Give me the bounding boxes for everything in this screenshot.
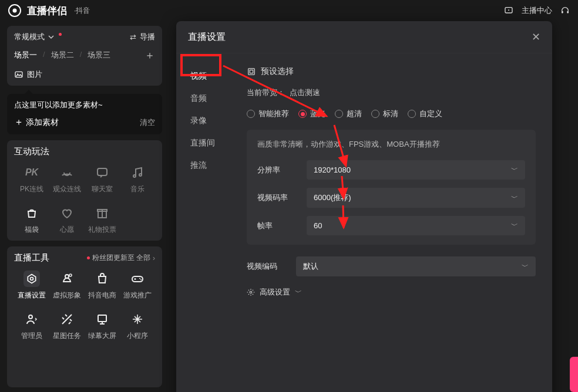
- svg-point-12: [31, 278, 33, 281]
- tooltip-text: 点这里可以添加更多素材~: [14, 100, 103, 109]
- scene-tab-1[interactable]: 场景一: [14, 50, 37, 60]
- clear-button[interactable]: 清空: [140, 117, 155, 128]
- modal-nav: 视频 音频 录像 直播间 推流: [176, 53, 241, 392]
- add-material-label: 添加素材: [26, 117, 59, 128]
- preset-label: 预设选择: [261, 66, 294, 77]
- headset-icon[interactable]: [560, 6, 570, 15]
- resolution-select[interactable]: 1920*1080﹀: [307, 160, 525, 180]
- tools-panel: 直播工具 粉丝团更新至 全部 › 直播设置 虚拟形象 抖音电商 游戏推广 管理员…: [7, 246, 162, 387]
- chevron-down-icon: ﹀: [511, 221, 518, 231]
- pk-link-item[interactable]: PKPK连线: [14, 164, 49, 194]
- preset-icon: [247, 67, 256, 76]
- svg-rect-2: [562, 11, 563, 13]
- interactive-panel: 互动玩法 PKPK连线 观众连线 聊天室 音乐 福袋 心愿 礼物投票: [7, 140, 162, 241]
- svg-rect-3: [567, 11, 569, 13]
- topbar-right: 主播中心: [504, 5, 570, 16]
- scene-panel: 常规模式 ⇄ 导播 场景一 / 场景二 / 场景三 ＋: [7, 26, 162, 86]
- svg-point-22: [250, 291, 252, 293]
- bandwidth-label: 当前带宽：: [247, 87, 285, 98]
- close-button[interactable]: ✕: [532, 31, 540, 43]
- fans-update-link[interactable]: 粉丝团更新至 全部 ›: [87, 253, 155, 263]
- anchor-center-link[interactable]: 主播中心: [522, 5, 552, 16]
- miniapp-tool[interactable]: 小程序: [120, 311, 155, 341]
- svg-rect-19: [98, 315, 106, 322]
- scene-tab-3[interactable]: 场景三: [88, 50, 110, 60]
- greenscreen-tool[interactable]: 绿幕大屏: [85, 311, 120, 341]
- encoding-select[interactable]: 默认﹀: [296, 256, 536, 276]
- fps-select[interactable]: 60﹀: [307, 216, 525, 235]
- tools-title: 直播工具: [14, 252, 49, 263]
- chevron-down-icon: ﹀: [511, 193, 518, 203]
- image-source-item[interactable]: 图片: [14, 69, 155, 80]
- nav-record[interactable]: 录像: [176, 110, 241, 132]
- chevron-down-icon: ﹀: [511, 165, 518, 175]
- svg-point-16: [139, 278, 140, 279]
- nav-audio[interactable]: 音频: [176, 87, 241, 110]
- svg-point-18: [29, 315, 32, 319]
- advanced-settings-button[interactable]: 高级设置 ﹀: [247, 287, 536, 298]
- interactive-title: 互动玩法: [14, 146, 155, 157]
- svg-rect-20: [248, 69, 255, 75]
- app-subtitle: ·抖音: [74, 6, 90, 16]
- svg-point-1: [508, 9, 509, 11]
- tooltip-balloon: 点这里可以添加更多素材~ ＋ 添加素材 清空: [7, 94, 162, 134]
- nav-push[interactable]: 推流: [176, 154, 241, 177]
- content-area: 直播设置 ✕ 视频 音频 录像 直播间 推流 预设选择 当前带: [169, 21, 578, 392]
- topbar: 直播伴侣 ·抖音 主播中心: [0, 0, 578, 21]
- encoding-label: 视频编码: [247, 261, 284, 272]
- nav-room[interactable]: 直播间: [176, 132, 241, 154]
- chatroom-item[interactable]: 聊天室: [85, 164, 120, 194]
- resolution-label: 分辨率: [257, 165, 295, 175]
- quality-radio-group: 智能推荐 蓝光 超清 标清 自定义: [247, 109, 536, 119]
- bitrate-label: 视频码率: [257, 192, 295, 203]
- luckybag-item[interactable]: 福袋: [14, 205, 49, 235]
- star-task-tool[interactable]: 星图任务: [49, 311, 85, 341]
- modal-content: 预设选择 当前带宽： 点击测速 智能推荐 蓝光 超清 标清 自定义 画质非: [241, 53, 552, 392]
- svg-point-14: [69, 274, 72, 276]
- music-item[interactable]: 音乐: [120, 164, 155, 194]
- msg-icon[interactable]: [504, 6, 513, 15]
- guide-label: 导播: [140, 32, 155, 42]
- svg-point-7: [133, 175, 136, 177]
- logo-icon: [8, 4, 21, 17]
- gear-icon: [247, 288, 255, 296]
- radio-uhd[interactable]: 超清: [335, 109, 362, 119]
- svg-point-17: [140, 279, 142, 281]
- add-material-button[interactable]: ＋ 添加素材: [14, 116, 59, 129]
- quality-desc: 画质非常清晰，动作游戏、FPS游戏、MOBA开播推荐: [257, 139, 525, 150]
- chevron-down-icon: [48, 34, 54, 40]
- radio-smart[interactable]: 智能推荐: [247, 109, 289, 119]
- app-name: 直播伴侣: [27, 4, 67, 18]
- image-label: 图片: [27, 69, 42, 80]
- svg-rect-6: [98, 168, 107, 175]
- wish-item[interactable]: 心愿: [49, 205, 85, 235]
- mode-dot-icon: [59, 33, 62, 36]
- nav-video[interactable]: 视频: [176, 65, 241, 87]
- scene-tab-2[interactable]: 场景二: [51, 50, 74, 60]
- quality-detail-panel: 画质非常清晰，动作游戏、FPS游戏、MOBA开播推荐 分辨率 1920*1080…: [247, 130, 536, 245]
- gift-vote-item[interactable]: 礼物投票: [85, 205, 120, 235]
- bandwidth-test-button[interactable]: 点击测速: [290, 87, 320, 98]
- live-settings-tool[interactable]: 直播设置: [14, 271, 49, 300]
- settings-modal: 直播设置 ✕ 视频 音频 录像 直播间 推流 预设选择 当前带: [176, 21, 552, 392]
- svg-marker-11: [28, 275, 35, 283]
- admin-tool[interactable]: 管理员: [14, 311, 49, 341]
- svg-rect-15: [132, 276, 143, 282]
- chevron-down-icon: ﹀: [295, 288, 302, 298]
- side-tab-handle[interactable]: [570, 357, 578, 392]
- radio-sd[interactable]: 标清: [371, 109, 398, 119]
- fps-label: 帧率: [257, 221, 295, 231]
- red-dot-icon: [87, 256, 90, 259]
- svg-rect-21: [250, 70, 253, 73]
- radio-bluray[interactable]: 蓝光: [298, 109, 325, 119]
- avatar-tool[interactable]: 虚拟形象: [49, 271, 85, 300]
- bitrate-select[interactable]: 6000(推荐)﹀: [307, 188, 525, 208]
- game-promo-tool[interactable]: 游戏推广: [120, 271, 155, 300]
- add-scene-button[interactable]: ＋: [144, 48, 155, 62]
- mode-label[interactable]: 常规模式: [14, 32, 45, 42]
- sidebar: 常规模式 ⇄ 导播 场景一 / 场景二 / 场景三 ＋: [0, 21, 169, 392]
- radio-custom[interactable]: 自定义: [408, 109, 442, 119]
- guide-button[interactable]: ⇄ 导播: [130, 32, 155, 42]
- ecommerce-tool[interactable]: 抖音电商: [85, 271, 120, 300]
- audience-link-item[interactable]: 观众连线: [49, 164, 85, 194]
